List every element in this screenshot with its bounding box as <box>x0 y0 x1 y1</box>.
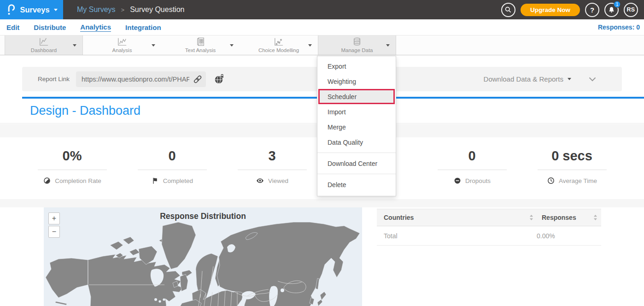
menu-item-weighting[interactable]: Weighting <box>317 74 396 89</box>
nav-edit[interactable]: Edit <box>6 24 19 31</box>
sort-icon[interactable] <box>529 214 533 221</box>
menu-item-data-quality[interactable]: Data Quality <box>317 135 396 150</box>
chevron-down-icon[interactable] <box>386 44 390 47</box>
document-icon <box>195 37 205 47</box>
chevron-down-icon[interactable] <box>308 44 312 47</box>
stat-value: 0% <box>63 149 82 163</box>
tab-choice-modelling[interactable]: Choice Modelling <box>240 35 318 55</box>
breadcrumb: My Surveys > Survey Question <box>77 6 184 14</box>
menu-item-merge[interactable]: Merge <box>317 119 396 135</box>
tab-label: Manage Data <box>341 47 373 53</box>
column-responses[interactable]: Responses <box>542 214 593 221</box>
stat-value: 3 <box>268 149 275 163</box>
stat-average-time: 0 secs Average Time <box>522 137 622 199</box>
menu-item-delete[interactable]: Delete <box>317 177 396 192</box>
globe-lock-icon[interactable] <box>214 74 225 85</box>
chevron-down-icon <box>54 9 58 11</box>
notifications-button[interactable]: 1 <box>604 3 619 17</box>
tab-label: Text Analysis <box>185 47 216 53</box>
tab-text-analysis[interactable]: Text Analysis <box>161 35 240 55</box>
page-title: Design - Dashboard <box>30 104 141 118</box>
account-avatar[interactable]: RS <box>624 3 638 17</box>
stat-label: Completed <box>163 177 193 184</box>
flag-icon <box>151 177 159 185</box>
minus-circle-icon <box>453 177 462 185</box>
link-icon[interactable] <box>193 75 202 84</box>
world-map <box>44 207 362 306</box>
stat-label: Viewed <box>268 177 288 184</box>
database-icon <box>352 37 362 47</box>
questionpro-logo-icon <box>6 3 16 16</box>
menu-divider <box>317 153 396 153</box>
breadcrumb-my-surveys[interactable]: My Surveys <box>77 6 116 14</box>
stat-label: Completion Rate <box>55 177 101 184</box>
menu-item-download-center[interactable]: Download Center <box>317 156 396 171</box>
tab-dashboard[interactable]: Dashboard <box>5 35 83 55</box>
breadcrumb-separator: > <box>121 6 125 13</box>
countries-table: Countries Responses Total 0.00% <box>377 209 601 246</box>
stat-label: Dropouts <box>465 177 491 184</box>
tab-analysis[interactable]: Analysis <box>83 35 161 55</box>
response-distribution-map[interactable]: Response Distribution + − <box>44 207 362 306</box>
map-title: Response Distribution <box>44 212 362 221</box>
help-button[interactable]: ? <box>585 3 599 17</box>
tab-label: Dashboard <box>31 47 57 53</box>
zoom-in-button[interactable]: + <box>48 212 60 224</box>
chevron-down-icon[interactable] <box>152 44 155 47</box>
tab-manage-data[interactable]: Manage Data <box>318 35 396 55</box>
question-mark-icon: ? <box>590 6 594 14</box>
app-window: Surveys My Surveys > Survey Question Upg… <box>0 0 644 306</box>
menu-item-scheduler[interactable]: Scheduler <box>318 89 395 104</box>
divider <box>238 170 307 170</box>
nav-distribute[interactable]: Distribute <box>34 24 66 31</box>
chevron-down-icon[interactable] <box>230 44 234 47</box>
divider <box>38 170 107 170</box>
divider <box>438 170 507 170</box>
report-link-input[interactable]: https://www.questionpro.com/t/PHAF <box>76 71 206 87</box>
stat-value: 0 <box>468 149 475 163</box>
clock-icon <box>547 177 555 185</box>
upgrade-now-button[interactable]: Upgrade Now <box>521 4 580 16</box>
zoom-out-button[interactable]: − <box>48 226 60 238</box>
analytics-toolbar: Dashboard Analysis Text Analysis <box>0 35 644 55</box>
product-name: Surveys <box>20 6 49 14</box>
chevron-down-icon[interactable] <box>568 78 571 80</box>
menu-divider <box>317 174 396 174</box>
stat-completion-rate: 0% Completion Rate <box>22 137 122 199</box>
manage-data-dropdown: Export Weighting Scheduler Import Merge … <box>317 56 396 196</box>
stat-value: 0 secs <box>551 149 592 163</box>
divider <box>538 170 607 170</box>
bell-icon <box>608 6 615 14</box>
country-cell: Total <box>384 232 537 240</box>
surveys-product-menu[interactable]: Surveys <box>0 0 63 19</box>
topbar-actions: Upgrade Now ? 1 RS <box>501 3 644 17</box>
survey-nav: Edit Distribute Analytics Integration Re… <box>0 19 644 35</box>
nav-integration[interactable]: Integration <box>125 24 161 31</box>
table-row: Total 0.00% <box>377 226 601 246</box>
report-link-label: Report Link <box>38 76 70 82</box>
collapse-panel-chevron[interactable] <box>589 77 596 82</box>
stat-completed: 0 Completed <box>122 137 222 199</box>
search-icon <box>504 6 512 14</box>
divider <box>138 170 207 170</box>
menu-item-import[interactable]: Import <box>317 104 396 119</box>
map-zoom-controls: + − <box>48 212 60 239</box>
countries-table-header: Countries Responses <box>377 209 601 226</box>
nav-analytics[interactable]: Analytics <box>80 23 111 32</box>
responses-cell: 0.00% <box>537 232 601 240</box>
avatar-initials: RS <box>626 6 635 13</box>
breadcrumb-current-survey: Survey Question <box>130 6 184 14</box>
stat-viewed: 3 Viewed <box>222 137 322 199</box>
responses-count: Responses: 0 <box>598 24 644 31</box>
download-data-reports-menu[interactable]: Download Data & Reports <box>484 75 563 83</box>
menu-item-export[interactable]: Export <box>317 59 396 74</box>
scatter-chart-icon <box>274 37 284 47</box>
column-countries[interactable]: Countries <box>384 214 529 221</box>
report-link-url[interactable]: https://www.questionpro.com/t/PHAF <box>82 76 189 83</box>
section-gap <box>0 199 644 207</box>
trend-chart-icon <box>117 37 127 47</box>
search-button[interactable] <box>501 3 515 17</box>
sort-icon[interactable] <box>593 214 597 221</box>
tab-label: Analysis <box>112 47 132 53</box>
chevron-down-icon[interactable] <box>73 44 76 47</box>
